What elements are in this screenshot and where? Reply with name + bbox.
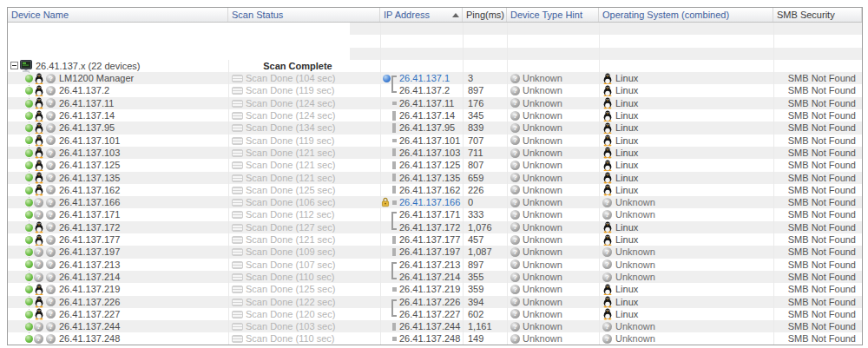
linux-tux-icon — [602, 296, 613, 308]
table-row[interactable]: 26.41.137.214Scan Done (110 sec)26.41.13… — [8, 271, 862, 283]
column-header-ping[interactable]: Ping(ms) — [463, 8, 507, 22]
ping-cell: 394 — [463, 296, 507, 308]
table-row[interactable]: 26.41.137.101Scan Done (119 sec)26.41.13… — [8, 135, 862, 147]
table-row[interactable]: 26.41.137.2Scan Done (119 sec)26.41.137.… — [8, 84, 862, 96]
column-header-device-name[interactable]: Device Name — [8, 8, 228, 22]
ping-bar-icon — [391, 308, 397, 317]
ping-cell: 0 — [463, 196, 507, 208]
linux-tux-icon — [34, 97, 44, 109]
ping-value: 359 — [468, 283, 483, 295]
table-row[interactable]: LM1200 ManagerScan Done (104 sec)26.41.1… — [8, 72, 862, 84]
device-type-unknown-icon — [510, 222, 520, 232]
table-row[interactable]: 26.41.137.226Scan Done (122 sec)26.41.13… — [8, 296, 862, 308]
ping-value: 355 — [468, 271, 483, 283]
smb-status: SMB Not Found — [788, 72, 856, 84]
table-row[interactable]: 26.41.137.244Scan Done (103 sec)26.41.13… — [8, 320, 862, 332]
table-row[interactable]: 26.41.137.125Scan Done (121 sec)26.41.13… — [8, 159, 862, 171]
scan-status-text: Scan Done (110 sec) — [246, 332, 335, 345]
scan-log-icon — [232, 248, 243, 256]
column-header-operating-system[interactable]: Operating System (combined) — [599, 8, 773, 22]
scan-log-icon — [232, 149, 243, 157]
ip-address-link[interactable]: 26.41.137.1 — [399, 72, 450, 84]
ip-address-cell: 26.41.137.135 — [380, 172, 463, 184]
unknown-os-icon — [602, 272, 612, 282]
table-row[interactable]: 26.41.137.227Scan Done (120 sec)26.41.13… — [8, 308, 862, 320]
linux-tux-icon — [602, 147, 613, 159]
table-row[interactable]: 26.41.137.213Scan Done (107 sec)26.41.13… — [8, 259, 862, 271]
table-header: Device Name Scan Status IP Address Ping(… — [8, 8, 862, 23]
scan-log-icon — [232, 211, 243, 219]
table-row[interactable]: 26.41.137.177Scan Done (121 sec)26.41.13… — [8, 233, 862, 246]
smb-status: SMB Not Found — [788, 121, 856, 134]
subnet-group-row[interactable]: 26.41.137.x (22 devices) Scan Complete — [8, 60, 862, 72]
scan-status-cell: Scan Done (125 sec) — [228, 283, 380, 295]
device-name: 26.41.137.214 — [59, 271, 120, 283]
smb-security-cell: SMB Not Found — [773, 259, 862, 271]
column-header-device-type-hint[interactable]: Device Type Hint — [507, 8, 599, 22]
device-type-text: Unknown — [523, 259, 562, 271]
linux-tux-icon — [34, 234, 44, 246]
operating-system-cell: Linux — [599, 135, 773, 147]
device-name: 26.41.137.103 — [59, 147, 120, 159]
status-online-icon — [25, 100, 33, 108]
status-online-icon — [25, 174, 33, 181]
device-type-unknown-icon — [510, 111, 520, 121]
device-type-unknown-icon — [46, 98, 56, 108]
ping-bar-icon — [392, 102, 397, 106]
smb-status: SMB Not Found — [788, 233, 856, 246]
table-row[interactable]: 26.41.137.171Scan Done (112 sec)26.41.13… — [8, 208, 862, 220]
ip-address-cell: 26.41.137.125 — [380, 159, 463, 171]
ping-value: 226 — [468, 184, 483, 196]
device-name-cell: 26.41.137.244 — [8, 320, 228, 332]
device-type-text: Unknown — [523, 172, 562, 184]
device-type-unknown-icon — [510, 74, 520, 83]
device-type-text: Unknown — [523, 221, 562, 233]
collapse-toggle-icon[interactable] — [10, 62, 18, 69]
ip-address-link[interactable]: 26.41.137.166 — [399, 196, 460, 208]
os-name: Linux — [615, 172, 638, 184]
table-row[interactable]: 26.41.137.11Scan Done (124 sec)26.41.137… — [8, 97, 862, 109]
table-row[interactable]: 26.41.137.14Scan Done (124 sec)26.41.137… — [8, 109, 862, 121]
column-header-ip-address[interactable]: IP Address — [380, 8, 463, 22]
device-name-cell: 26.41.137.227 — [8, 308, 228, 320]
device-type-unknown-icon — [510, 247, 520, 257]
table-row[interactable]: 26.41.137.197Scan Done (109 sec)26.41.13… — [8, 246, 862, 258]
column-header-scan-status[interactable]: Scan Status — [228, 8, 380, 22]
scan-status-text: Scan Done (122 sec) — [246, 296, 335, 308]
linux-tux-icon — [34, 85, 44, 97]
device-type-unknown-icon — [46, 334, 56, 344]
table-row[interactable]: 26.41.137.135Scan Done (121 sec)26.41.13… — [8, 172, 862, 184]
ping-cell: 1,161 — [463, 320, 507, 332]
group-os-cell — [599, 60, 773, 72]
ping-bar-icon — [392, 323, 396, 331]
table-row[interactable]: 26.41.137.219Scan Done (125 sec)26.41.13… — [8, 283, 862, 295]
smb-security-cell: SMB Not Found — [773, 72, 862, 84]
os-name: Unknown — [615, 246, 655, 258]
blank-cell — [380, 48, 463, 60]
column-label: Ping(ms) — [466, 10, 504, 20]
blank-cell — [507, 35, 599, 47]
column-header-smb-security[interactable]: SMB Security — [773, 8, 862, 22]
ip-address: 26.41.137.95 — [399, 121, 455, 134]
table-row[interactable]: 26.41.137.95Scan Done (134 sec)26.41.137… — [8, 121, 862, 134]
status-online-icon — [25, 87, 33, 95]
lock-icon — [381, 197, 390, 207]
linux-tux-icon — [602, 308, 613, 320]
ping-value: 1,087 — [468, 246, 492, 258]
ping-cell: 3 — [463, 72, 507, 84]
unknown-os-icon — [34, 272, 43, 282]
scan-log-icon — [232, 187, 243, 194]
scan-log-icon — [232, 335, 243, 343]
linux-tux-icon — [34, 135, 44, 147]
status-online-icon — [25, 161, 33, 169]
table-row[interactable]: 26.41.137.162Scan Done (125 sec)26.41.13… — [8, 184, 862, 196]
table-row[interactable]: 26.41.137.166Scan Done (106 sec)26.41.13… — [8, 196, 862, 208]
operating-system-cell: Unknown — [599, 271, 773, 283]
device-type-unknown-icon — [46, 123, 56, 133]
device-name-cell: 26.41.137.214 — [8, 271, 228, 283]
table-row[interactable]: 26.41.137.103Scan Done (121 sec)26.41.13… — [8, 147, 862, 159]
table-row[interactable]: 26.41.137.248Scan Done (110 sec)26.41.13… — [8, 332, 862, 345]
column-label: Device Name — [11, 10, 69, 20]
ping-bar-icon — [392, 248, 396, 256]
table-row[interactable]: 26.41.137.172Scan Done (127 sec)26.41.13… — [8, 221, 862, 233]
